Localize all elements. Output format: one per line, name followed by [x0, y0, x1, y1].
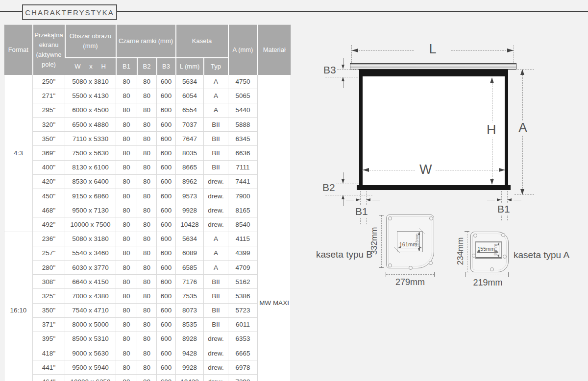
cell-diagonal: 395'' [33, 332, 65, 346]
table-row: 4:3250''5080 x 381080806005634A4750MW MA… [4, 75, 291, 89]
cassette-b-width-label: 279mm [388, 277, 432, 287]
col-header-kaseta: Kaseta [176, 25, 228, 58]
spec-table-body: 4:3250''5080 x 381080806005634A4750MW MA… [4, 75, 291, 381]
cell-b3: 600 [157, 118, 176, 132]
cell-a-mm: 6665 [228, 346, 258, 360]
col-header-l-mm: L (mm) [176, 58, 204, 75]
col-header-a-mm: A (mm) [228, 25, 258, 75]
col-header-b1: B1 [116, 58, 137, 75]
cell-b2: 80 [137, 360, 157, 375]
cell-image-area: 8000 x 5000 [65, 317, 116, 332]
page-title: CHARAKTERYSTYKA [25, 8, 114, 17]
cell-l-mm: 7647 [176, 132, 204, 146]
cell-b2: 80 [137, 232, 157, 246]
cell-a-mm: 7900 [228, 189, 258, 203]
cell-typ: A [204, 232, 228, 246]
cell-diagonal: 325'' [33, 289, 65, 303]
b2-arrow-line-top [343, 172, 343, 179]
cell-b1: 80 [116, 332, 137, 346]
l-arrow-left-icon [352, 48, 358, 52]
b2-arrow-up-icon [342, 195, 344, 199]
b1-right-arrow-line-a [487, 200, 495, 200]
cell-image-area: 5080 x 3180 [65, 232, 116, 246]
table-row: 400''8130 x 610080806008665BII7111 [4, 160, 291, 174]
cell-b3: 600 [157, 346, 176, 360]
table-row: 320''6500 x 488080806007037BII5888 [4, 118, 291, 132]
cell-l-mm: 9573 [176, 189, 204, 203]
cell-b1: 80 [116, 217, 137, 232]
cell-l-mm: 6585 [176, 260, 204, 274]
cell-b2: 80 [137, 75, 157, 89]
section-title-box: CHARAKTERYSTYKA [22, 4, 117, 20]
cell-b3: 600 [157, 132, 176, 146]
cell-l-mm: 6054 [176, 89, 204, 103]
b1-left-arrow-left-icon [366, 198, 370, 201]
cell-a-mm: 6636 [228, 146, 258, 160]
cassette-b-name-label: kaseta typu B [301, 249, 372, 260]
cell-b3: 600 [157, 289, 176, 303]
cassette-b-inner-height-label: 123mm [415, 232, 419, 249]
b1-left-arrow-line-b [372, 200, 380, 200]
h-arrow-up-icon [490, 77, 494, 83]
b1-left-dim-label: B1 [354, 206, 369, 217]
cell-b3: 600 [157, 103, 176, 117]
cell-diagonal: 320'' [33, 118, 65, 132]
cell-b1: 80 [116, 275, 137, 289]
cell-diagonal: 420'' [33, 174, 65, 189]
cell-image-area: 5080 x 3810 [65, 75, 116, 89]
cell-b3: 600 [157, 203, 176, 217]
cell-b2: 80 [137, 132, 157, 146]
cell-b3: 600 [157, 303, 176, 317]
screw-icon [429, 261, 433, 265]
cell-image-area: 9150 x 6860 [65, 189, 116, 203]
cell-b2: 80 [137, 203, 157, 217]
b2-dim-label: B2 [321, 182, 336, 193]
cell-b3: 600 [157, 317, 176, 332]
col-header-b3: B3 [157, 58, 176, 75]
b1-left-arrow-line-a [346, 200, 354, 200]
screw-icon [409, 266, 413, 270]
cell-l-mm: 7535 [176, 289, 204, 303]
cell-b3: 600 [157, 275, 176, 289]
b1-right-arrow-line-b [514, 200, 521, 200]
col-header-x: x [89, 62, 93, 71]
cell-diagonal: 295'' [33, 103, 65, 117]
table-row: 450''9150 x 686080806009573drew.7900 [4, 189, 291, 203]
cassette-bar [350, 63, 516, 70]
header-row-groups: Format Przekątna ekranu (aktywne pole) O… [4, 25, 291, 58]
cell-diagonal: 257'' [33, 246, 65, 260]
table-row: 395''8500 x 531080806008928drew.6353 [4, 332, 291, 346]
cell-a-mm: 4399 [228, 246, 258, 260]
cell-b1: 80 [116, 289, 137, 303]
table-row: 257''5540 x 346080806006089A4399 [4, 246, 291, 260]
cell-image-area: 5540 x 3460 [65, 246, 116, 260]
col-header-typ: Typ [204, 58, 228, 75]
tick [379, 267, 384, 268]
tick [386, 272, 386, 277]
cell-a-mm: 6345 [228, 132, 258, 146]
screw-icon [490, 267, 494, 271]
cell-typ: A [204, 246, 228, 260]
cell-l-mm: 9428 [176, 346, 204, 360]
cell-b2: 80 [137, 332, 157, 346]
w-dim-label: W [416, 162, 436, 177]
b3-dim-label: B3 [322, 64, 337, 76]
format-cell: 4:3 [4, 75, 33, 232]
cell-image-area: 7500 x 5630 [65, 146, 116, 160]
cell-typ: A [204, 103, 228, 117]
b3-arrow-line-bottom [343, 81, 343, 88]
cell-diagonal: 371'' [33, 317, 65, 332]
cell-typ: A [204, 260, 228, 274]
cell-diagonal: 450'' [33, 189, 65, 203]
cell-b3: 600 [157, 246, 176, 260]
tick [465, 272, 466, 277]
tick [379, 215, 384, 215]
cell-typ: BII [204, 275, 228, 289]
a-arrow-down-icon [520, 189, 524, 195]
a-dim-label: A [514, 120, 531, 136]
b1-left-arrow-right-icon [356, 198, 360, 201]
cell-b3: 600 [157, 174, 176, 189]
cell-typ: BII [204, 303, 228, 317]
cell-l-mm: 8665 [176, 160, 204, 174]
cell-image-area: 8500 x 5310 [65, 332, 116, 346]
